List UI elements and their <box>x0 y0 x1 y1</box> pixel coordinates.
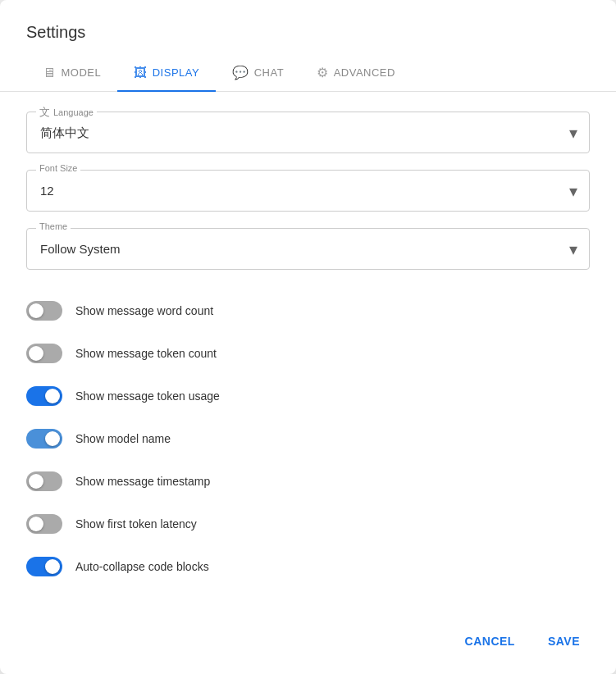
toggle-code-blocks-label: Auto-collapse code blocks <box>75 560 209 573</box>
font-size-select[interactable]: 10 11 12 13 14 16 18 <box>27 171 589 211</box>
tab-model[interactable]: 🖥 MODEL <box>26 56 117 92</box>
language-icon: 文 <box>39 105 50 120</box>
language-label: 文 Language <box>36 105 97 120</box>
toggle-token-usage-label: Show message token usage <box>75 389 220 403</box>
toggle-model-name-label: Show model name <box>75 432 171 445</box>
toggle-token-count-label: Show message token count <box>75 347 217 360</box>
dialog-footer: CANCEL SAVE <box>0 615 616 674</box>
advanced-icon: ⚙ <box>317 65 329 80</box>
toggle-first-token: Show first token latency <box>26 503 590 545</box>
toggle-timestamp-switch[interactable] <box>26 471 62 491</box>
font-size-select-wrapper: 10 11 12 13 14 16 18 ▾ <box>26 170 590 212</box>
font-size-label: Font Size <box>36 163 80 173</box>
toggle-token-usage: Show message token usage <box>26 375 590 417</box>
toggle-timestamp: Show message timestamp <box>26 460 590 503</box>
tab-advanced[interactable]: ⚙ ADVANCED <box>300 55 412 92</box>
toggle-model-name: Show model name <box>26 417 590 460</box>
toggle-token-usage-switch[interactable] <box>26 386 62 406</box>
toggle-word-count-switch[interactable] <box>26 301 62 321</box>
chat-icon: 💬 <box>232 65 249 80</box>
tabs-bar: 🖥 MODEL 🖼 DISPLAY 💬 CHAT ⚙ ADVANCED <box>0 55 616 92</box>
toggle-token-count-track <box>26 344 62 363</box>
theme-label: Theme <box>36 221 71 231</box>
toggle-token-count-switch[interactable] <box>26 344 62 363</box>
toggle-timestamp-track <box>26 471 62 491</box>
toggle-code-blocks: Auto-collapse code blocks <box>26 545 590 588</box>
toggle-word-count-track <box>26 301 62 321</box>
toggle-first-token-switch[interactable] <box>26 514 62 534</box>
toggle-code-blocks-switch[interactable] <box>26 557 62 576</box>
toggle-timestamp-label: Show message timestamp <box>75 475 210 488</box>
language-select-wrapper: 简体中文 English 日本語 한국어 ▾ <box>26 112 590 153</box>
settings-content: 文 Language 简体中文 English 日本語 한국어 ▾ Font S… <box>0 92 616 615</box>
language-field-group: 文 Language 简体中文 English 日本語 한국어 ▾ <box>26 112 590 153</box>
save-button[interactable]: SAVE <box>538 628 590 654</box>
font-size-field-group: Font Size 10 11 12 13 14 16 18 ▾ <box>26 170 590 212</box>
model-icon: 🖥 <box>43 66 57 80</box>
toggle-model-name-switch[interactable] <box>26 429 62 449</box>
tab-chat[interactable]: 💬 CHAT <box>216 55 300 92</box>
theme-select[interactable]: Follow System Light Dark <box>27 229 589 269</box>
display-icon: 🖼 <box>134 66 148 80</box>
language-select[interactable]: 简体中文 English 日本語 한국어 <box>27 112 589 153</box>
toggle-first-token-track <box>26 514 62 534</box>
toggle-word-count: Show message word count <box>26 289 590 332</box>
theme-field-group: Theme Follow System Light Dark ▾ <box>26 228 590 270</box>
tab-display[interactable]: 🖼 DISPLAY <box>117 56 216 92</box>
toggle-word-count-label: Show message word count <box>75 304 213 317</box>
toggle-code-blocks-track <box>26 557 62 576</box>
settings-dialog: Settings 🖥 MODEL 🖼 DISPLAY 💬 CHAT ⚙ ADVA… <box>0 0 616 674</box>
toggle-token-usage-track <box>26 386 62 406</box>
toggle-model-name-track <box>26 429 62 449</box>
dialog-title: Settings <box>0 0 616 42</box>
toggle-token-count: Show message token count <box>26 332 590 375</box>
cancel-button[interactable]: CANCEL <box>455 628 525 654</box>
toggle-list: Show message word count Show message tok… <box>26 289 590 588</box>
toggle-first-token-label: Show first token latency <box>75 517 197 531</box>
theme-select-wrapper: Follow System Light Dark ▾ <box>26 228 590 270</box>
